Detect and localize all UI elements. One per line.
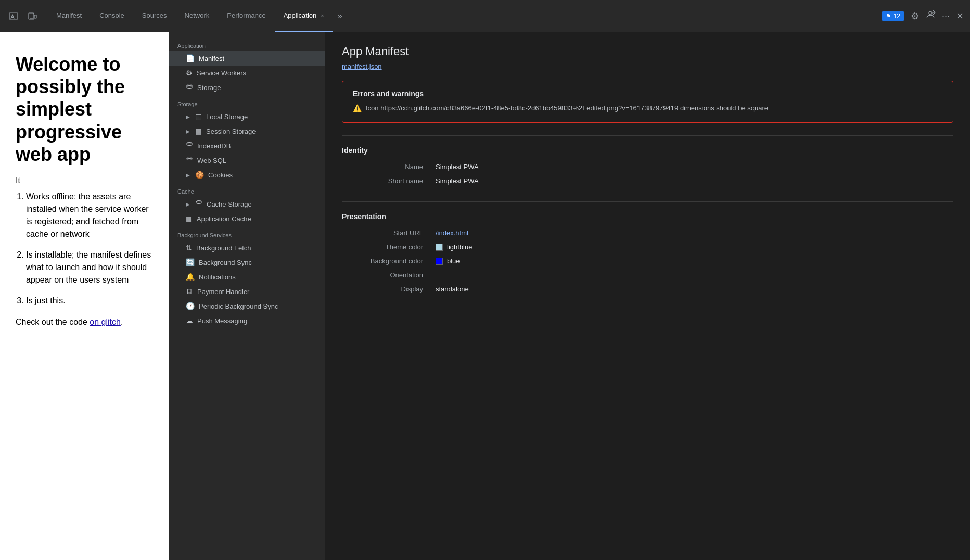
service-workers-label: Service Workers	[197, 69, 246, 77]
sidebar-item-service-workers[interactable]: ⚙ Service Workers	[169, 66, 325, 80]
sidebar-item-web-sql[interactable]: Web SQL	[169, 153, 325, 168]
cache-storage-icon	[195, 200, 202, 209]
section-label-cache: Cache	[169, 182, 325, 197]
expand-icon: ▶	[186, 129, 190, 134]
sidebar-item-manifest[interactable]: 📄 Manifest	[169, 51, 325, 66]
svg-point-6	[187, 142, 192, 144]
top-bar-right: ⚑ 12 ⚙ ··· ✕	[882, 9, 964, 22]
sidebar-item-bg-sync[interactable]: 🔄 Background Sync	[169, 255, 325, 270]
theme-color-row: Theme color lightblue	[342, 243, 953, 251]
web-sql-icon	[186, 156, 193, 165]
orientation-row: Orientation	[342, 271, 953, 279]
manifest-link[interactable]: manifest.json	[342, 62, 953, 70]
device-icon[interactable]	[25, 9, 40, 23]
section-label-storage: Storage	[169, 95, 325, 109]
svg-point-7	[187, 157, 192, 158]
start-url-label: Start URL	[342, 229, 436, 237]
close-devtools-icon[interactable]: ✕	[956, 10, 964, 22]
bg-color-label: Background color	[342, 257, 436, 265]
cookies-icon: 🍪	[195, 171, 204, 179]
bg-fetch-label: Background Fetch	[196, 244, 251, 252]
sidebar-item-indexeddb[interactable]: IndexedDB	[169, 138, 325, 153]
bg-color-value: blue	[436, 257, 460, 265]
orientation-label: Orientation	[342, 271, 436, 279]
expand-icon: ▶	[186, 172, 190, 178]
cache-storage-label: Cache Storage	[207, 200, 252, 208]
display-label: Display	[342, 285, 436, 293]
tab-application[interactable]: Application ×	[275, 0, 333, 32]
more-tabs-icon[interactable]: »	[334, 11, 347, 21]
bg-sync-label: Background Sync	[199, 259, 252, 266]
list-item: Is installable; the manifest defines wha…	[26, 249, 153, 286]
local-storage-label: Local Storage	[206, 113, 248, 121]
app-cache-icon: ▦	[186, 214, 193, 223]
tab-console[interactable]: Console	[91, 0, 133, 32]
display-row: Display standalone	[342, 285, 953, 293]
user-icon[interactable]	[925, 9, 936, 22]
tab-performance[interactable]: Performance	[219, 0, 274, 32]
notifications-icon: 🔔	[186, 273, 195, 281]
presentation-section: Presentation Start URL /index.html Theme…	[342, 201, 953, 310]
top-bar: Manifest Console Sources Network Perform…	[0, 0, 970, 32]
settings-icon[interactable]: ⚙	[911, 10, 919, 22]
sidebar-item-notifications[interactable]: 🔔 Notifications	[169, 270, 325, 284]
indexeddb-label: IndexedDB	[197, 142, 231, 150]
storage-icon	[186, 83, 193, 92]
name-label: Name	[342, 163, 436, 171]
push-icon: ☁	[186, 316, 193, 325]
start-url-link[interactable]: /index.html	[436, 229, 468, 237]
tab-elements[interactable]: Manifest	[48, 0, 90, 32]
main-area: Welcome to possibly the simplest progres…	[0, 32, 970, 560]
sidebar-item-storage[interactable]: Storage	[169, 80, 325, 95]
manifest-label: Manifest	[199, 55, 224, 62]
sidebar-item-app-cache[interactable]: ▦ Application Cache	[169, 211, 325, 226]
inspect-icon[interactable]	[6, 9, 21, 23]
tab-close-icon[interactable]: ×	[321, 12, 324, 19]
page-heading: Welcome to possibly the simplest progres…	[16, 53, 153, 166]
sidebar-item-session-storage[interactable]: ▶ ▦ Session Storage	[169, 124, 325, 138]
periodic-sync-icon: 🕐	[186, 302, 195, 310]
bg-color-swatch[interactable]	[436, 258, 443, 265]
theme-color-label: Theme color	[342, 243, 436, 251]
devtools-sidebar: Application 📄 Manifest ⚙ Service Workers…	[169, 32, 325, 560]
sidebar-item-local-storage[interactable]: ▶ ▦ Local Storage	[169, 109, 325, 124]
sidebar-item-bg-fetch[interactable]: ⇅ Background Fetch	[169, 240, 325, 255]
sidebar-item-push-messaging[interactable]: ☁ Push Messaging	[169, 313, 325, 328]
section-label-background: Background Services	[169, 226, 325, 240]
notifications-label: Notifications	[199, 273, 236, 281]
identity-title: Identity	[342, 146, 953, 155]
issue-badge[interactable]: ⚑ 12	[882, 11, 904, 21]
local-storage-icon: ▦	[195, 112, 202, 121]
cookies-label: Cookies	[208, 171, 233, 179]
theme-color-value: lightblue	[436, 243, 472, 251]
sidebar-item-cache-storage[interactable]: ▶ Cache Storage	[169, 197, 325, 211]
error-text: Icon https://cdn.glitch.com/c83a666e-02f…	[366, 103, 768, 113]
payment-label: Payment Handler	[197, 288, 249, 296]
theme-color-swatch[interactable]	[436, 244, 443, 251]
tab-network[interactable]: Network	[176, 0, 218, 32]
svg-rect-2	[34, 15, 36, 18]
manifest-icon: 📄	[186, 54, 195, 62]
sidebar-item-payment-handler[interactable]: 🖥 Payment Handler	[169, 284, 325, 299]
app-cache-label: Application Cache	[197, 215, 251, 223]
expand-icon: ▶	[186, 114, 190, 120]
more-options-icon[interactable]: ···	[942, 10, 950, 21]
errors-title: Errors and warnings	[353, 90, 942, 98]
page-intro: It	[16, 176, 153, 185]
devtools-panel: Application 📄 Manifest ⚙ Service Workers…	[169, 32, 970, 560]
svg-point-8	[196, 200, 201, 202]
webpage-panel: Welcome to possibly the simplest progres…	[0, 32, 169, 560]
sidebar-item-cookies[interactable]: ▶ 🍪 Cookies	[169, 168, 325, 182]
bg-sync-icon: 🔄	[186, 258, 195, 266]
short-name-field-row: Short name Simplest PWA	[342, 177, 953, 185]
svg-point-5	[187, 84, 192, 85]
footer-text: Check out the code on glitch.	[16, 317, 153, 327]
section-label-application: Application	[169, 36, 325, 51]
errors-box: Errors and warnings ⚠️ Icon https://cdn.…	[342, 81, 953, 123]
sidebar-item-periodic-sync[interactable]: 🕐 Periodic Background Sync	[169, 299, 325, 313]
presentation-title: Presentation	[342, 212, 953, 221]
payment-icon: 🖥	[186, 287, 193, 296]
tab-sources[interactable]: Sources	[134, 0, 175, 32]
glitch-link[interactable]: on glitch	[90, 317, 121, 326]
expand-icon: ▶	[186, 201, 190, 207]
